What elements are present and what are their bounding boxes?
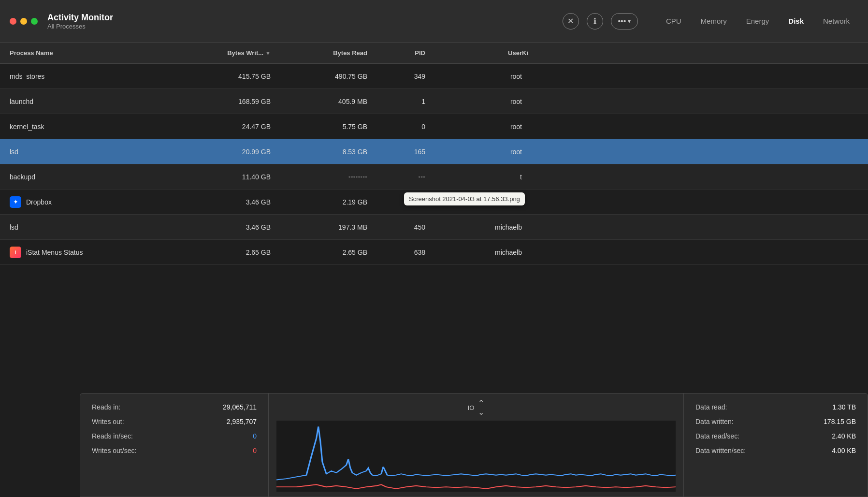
- writes-out-sec-label: Writes out/sec:: [92, 447, 136, 454]
- stat-row-data-written: Data written: 178.15 GB: [695, 418, 856, 425]
- cell-process: launchd: [10, 98, 174, 105]
- info-button[interactable]: ℹ: [587, 13, 603, 29]
- cell-bytes-read: 2.19 GB: [271, 198, 367, 206]
- stat-row-reads-in-sec: Reads in/sec: 0: [92, 432, 257, 440]
- toolbar-icons: ✕ ℹ ••• ▾: [563, 13, 638, 29]
- tooltip: Screenshot 2021-04-03 at 17.56.33.png: [404, 192, 525, 205]
- data-read-label: Data read:: [695, 403, 727, 411]
- cell-process: kernel_task: [10, 123, 174, 131]
- cell-user: root: [425, 98, 522, 105]
- stop-button[interactable]: ✕: [563, 13, 579, 29]
- cell-user: michaelb: [425, 248, 522, 256]
- stat-row-writes-out: Writes out: 2,935,707: [92, 418, 257, 425]
- data-written-label: Data written:: [695, 418, 734, 425]
- close-button[interactable]: [10, 18, 16, 25]
- stats-right: Data read: 1.30 TB Data written: 178.15 …: [684, 394, 868, 497]
- tooltip-text: Screenshot 2021-04-03 at 17.56.33.png: [409, 195, 520, 203]
- cell-bytes-written: 3.46 GB: [174, 198, 271, 206]
- bottom-panel: Reads in: 29,065,711 Writes out: 2,935,7…: [80, 393, 868, 497]
- cell-process: backupd: [10, 173, 174, 181]
- cell-bytes-written: 168.59 GB: [174, 98, 271, 105]
- table-row[interactable]: lsd 20.99 GB 8.53 GB 165 root: [0, 139, 868, 164]
- cell-pid: 165: [367, 148, 425, 156]
- app-subtitle: All Processes: [47, 23, 113, 30]
- cell-process: lsd: [10, 148, 174, 156]
- cell-bytes-read: 197.3 MB: [271, 223, 367, 231]
- window-controls: [10, 18, 38, 25]
- table-row[interactable]: lsd 3.46 GB 197.3 MB 450 michaelb: [0, 215, 868, 240]
- chevron-down-icon: ▾: [628, 18, 631, 25]
- reads-in-sec-value: 0: [253, 432, 257, 440]
- cell-user: michaelb: [425, 223, 522, 231]
- chart-selector-button[interactable]: ⌃⌄: [478, 398, 484, 417]
- cell-pid: 349: [367, 73, 425, 80]
- cell-user: root: [425, 73, 522, 80]
- cell-bytes-written: 2.65 GB: [174, 248, 271, 256]
- table-row[interactable]: kernel_task 24.47 GB 5.75 GB 0 root: [0, 114, 868, 139]
- cell-bytes-read: 405.9 MB: [271, 98, 367, 105]
- data-written-sec-value: 4.00 KB: [832, 447, 856, 454]
- tab-network[interactable]: Network: [814, 14, 858, 29]
- col-header-bytes-read[interactable]: Bytes Read: [271, 49, 367, 57]
- cell-bytes-read: 5.75 GB: [271, 123, 367, 131]
- cell-bytes-written: 20.99 GB: [174, 148, 271, 156]
- chart-title: IO: [468, 404, 475, 411]
- process-name: backupd: [10, 173, 35, 181]
- cell-user: root: [425, 123, 522, 131]
- stat-row-reads-in: Reads in: 29,065,711: [92, 403, 257, 411]
- istat-icon: i: [10, 247, 21, 258]
- app-title-section: Activity Monitor All Processes: [47, 13, 113, 30]
- tab-cpu[interactable]: CPU: [657, 14, 690, 29]
- stat-row-writes-out-sec: Writes out/sec: 0: [92, 447, 257, 454]
- table-header: Process Name Bytes Writ... ▼ Bytes Read …: [0, 43, 868, 64]
- cell-bytes-read: 2.65 GB: [271, 248, 367, 256]
- col-header-bytes-written[interactable]: Bytes Writ... ▼: [174, 49, 271, 57]
- app-title: Activity Monitor: [47, 13, 113, 23]
- writes-out-sec-value: 0: [253, 447, 257, 454]
- col-header-pid[interactable]: PID: [367, 49, 425, 57]
- table-row[interactable]: launchd 168.59 GB 405.9 MB 1 root: [0, 89, 868, 114]
- cell-pid: •••: [367, 173, 425, 181]
- table-row[interactable]: i iStat Menus Status 2.65 GB 2.65 GB 638…: [0, 240, 868, 265]
- cell-bytes-written: 3.46 GB: [174, 223, 271, 231]
- tab-disk[interactable]: Disk: [780, 14, 812, 29]
- col-header-user[interactable]: User: [425, 49, 522, 57]
- tab-memory[interactable]: Memory: [692, 14, 736, 29]
- cell-pid: 638: [367, 248, 425, 256]
- title-bar: Activity Monitor All Processes ✕ ℹ ••• ▾…: [0, 0, 868, 43]
- tab-bar: CPU Memory Energy Disk Network: [657, 14, 858, 29]
- cell-bytes-written: 24.47 GB: [174, 123, 271, 131]
- cell-process: i iStat Menus Status: [10, 247, 174, 258]
- cell-process: ✦ Dropbox: [10, 196, 174, 208]
- stat-row-data-read: Data read: 1.30 TB: [695, 403, 856, 411]
- stat-row-data-written-sec: Data written/sec: 4.00 KB: [695, 447, 856, 454]
- table-row[interactable]: mds_stores 415.75 GB 490.75 GB 349 root: [0, 64, 868, 89]
- chart-header: IO ⌃⌄: [276, 398, 676, 417]
- process-name: kernel_task: [10, 123, 44, 131]
- cell-process: lsd: [10, 223, 174, 231]
- reads-in-value: 29,065,711: [223, 403, 257, 411]
- data-read-sec-value: 2.40 KB: [832, 432, 856, 440]
- data-written-value: 178.15 GB: [824, 418, 856, 425]
- minimize-button[interactable]: [20, 18, 27, 25]
- process-name: lsd: [10, 148, 18, 156]
- cell-process: mds_stores: [10, 73, 174, 80]
- cell-bytes-written: 415.75 GB: [174, 73, 271, 80]
- svg-rect-0: [276, 421, 676, 492]
- process-name: mds_stores: [10, 73, 44, 80]
- maximize-button[interactable]: [31, 18, 38, 25]
- cell-user: root: [425, 148, 522, 156]
- cell-bytes-read: 8.53 GB: [271, 148, 367, 156]
- stats-left: Reads in: 29,065,711 Writes out: 2,935,7…: [80, 394, 269, 497]
- col-header-process[interactable]: Process Name: [10, 49, 174, 57]
- col-header-ki[interactable]: Ki: [522, 49, 858, 57]
- cell-bytes-read: ••••••••: [271, 173, 367, 181]
- writes-out-value: 2,935,707: [227, 418, 257, 425]
- table-row[interactable]: backupd 11.40 GB •••••••• ••• t: [0, 164, 868, 190]
- sort-arrow-icon: ▼: [265, 50, 271, 56]
- chart-area: IO ⌃⌄: [269, 394, 684, 497]
- tab-energy[interactable]: Energy: [738, 14, 778, 29]
- dots-icon: •••: [618, 17, 626, 26]
- dropbox-icon: ✦: [10, 196, 21, 208]
- more-button[interactable]: ••• ▾: [611, 13, 638, 29]
